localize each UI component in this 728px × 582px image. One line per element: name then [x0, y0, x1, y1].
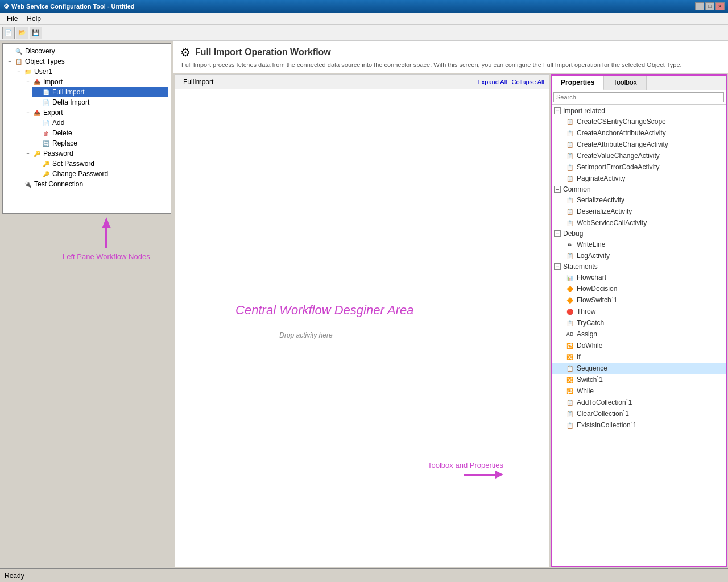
expander-change-password[interactable]: [32, 169, 42, 178]
group-debug[interactable]: − Debug: [552, 228, 726, 239]
item-SerializeActivity[interactable]: 📋 SerializeActivity: [552, 194, 726, 206]
designer-canvas[interactable]: Central Workflow Desginer Area Drop acti…: [175, 89, 549, 567]
maximize-button[interactable]: □: [705, 2, 714, 10]
minimize-button[interactable]: _: [695, 2, 704, 10]
tree-item-password[interactable]: − 🔑 Password: [23, 148, 168, 159]
icon-SerializeActivity: 📋: [565, 196, 574, 205]
item-WebServiceCallActivity[interactable]: 📋 WebServiceCallActivity: [552, 217, 726, 228]
icon-SetImportErrorCodeActivity: 📋: [565, 163, 574, 172]
expander-export[interactable]: −: [23, 108, 32, 117]
menu-help[interactable]: Help: [22, 14, 46, 24]
expander-delete[interactable]: [32, 128, 42, 138]
tree-item-discovery[interactable]: 🔍 Discovery: [5, 46, 168, 56]
expander-replace[interactable]: [32, 139, 42, 148]
tree-item-user1[interactable]: − 📁 User1: [14, 66, 168, 77]
item-DoWhile[interactable]: 🔁 DoWhile: [552, 340, 726, 351]
icon-WebServiceCallActivity: 📋: [565, 218, 574, 227]
tree-item-delete[interactable]: 🗑 Delete: [32, 128, 168, 138]
tab-toolbox[interactable]: Toolbox: [604, 76, 646, 90]
item-ExistsInCollection[interactable]: 📋 ExistsInCollection`1: [552, 419, 726, 431]
item-FlowSwitch[interactable]: 🔶 FlowSwitch`1: [552, 294, 726, 306]
tree-item-import[interactable]: − 📥 Import: [23, 77, 168, 87]
expander-user1[interactable]: −: [14, 67, 23, 76]
label-SerializeActivity: SerializeActivity: [577, 196, 624, 204]
group-import-related[interactable]: − Import related: [552, 106, 726, 116]
icon-Assign: AB: [565, 330, 574, 339]
item-CreateCSEntryChangeScope[interactable]: 📋 CreateCSEntryChangeScope: [552, 116, 726, 127]
tree-item-add[interactable]: 📄 Add: [32, 118, 168, 128]
tree-item-replace[interactable]: 🔄 Replace: [32, 138, 168, 148]
expander-delta-import[interactable]: [32, 98, 42, 107]
expander-test-connection[interactable]: [14, 180, 23, 189]
expander-import[interactable]: −: [23, 77, 32, 86]
expander-common[interactable]: −: [554, 186, 561, 193]
menu-file[interactable]: File: [2, 14, 22, 24]
toolbar: 📄 📂 💾: [0, 25, 728, 41]
tree-item-full-import[interactable]: 📄 Full Import: [32, 87, 168, 97]
item-Sequence[interactable]: 📋 Sequence: [552, 363, 726, 374]
new-button[interactable]: 📄: [2, 27, 15, 39]
search-input[interactable]: [553, 92, 724, 102]
label-LogActivity: LogActivity: [577, 252, 610, 260]
expander-set-password[interactable]: [32, 159, 42, 168]
status-bar: Ready: [0, 568, 728, 582]
item-DeserializeActivity[interactable]: 📋 DeserializeActivity: [552, 206, 726, 217]
item-CreateAttributeChangeActivity[interactable]: 📋 CreateAttributeChangeActivity: [552, 139, 726, 150]
tree-item-change-password[interactable]: 🔑 Change Password: [32, 169, 168, 179]
expander-add[interactable]: [32, 118, 42, 127]
open-button[interactable]: 📂: [16, 27, 28, 39]
title-label: Web Service Configuration Tool - Untitle…: [11, 3, 135, 10]
group-common[interactable]: − Common: [552, 184, 726, 194]
item-WriteLine[interactable]: ✏ WriteLine: [552, 239, 726, 250]
item-If[interactable]: 🔀 If: [552, 351, 726, 363]
expander-password[interactable]: −: [23, 149, 32, 158]
workflow-title-text: Full Import Operation Workflow: [195, 47, 331, 57]
item-AddToCollection[interactable]: 📋 AddToCollection`1: [552, 397, 726, 408]
label-import: Import: [43, 78, 63, 86]
label-WriteLine: WriteLine: [577, 240, 605, 248]
expander-discovery[interactable]: [5, 47, 14, 56]
item-CreateAnchorAttributeActivity[interactable]: 📋 CreateAnchorAttributeActivity: [552, 127, 726, 139]
item-Flowchart[interactable]: 📊 Flowchart: [552, 272, 726, 283]
group-statements[interactable]: − Statements: [552, 261, 726, 272]
up-arrow-icon: [102, 217, 111, 228]
tree-item-export[interactable]: − 📤 Export: [23, 107, 168, 118]
item-LogActivity[interactable]: 📋 LogActivity: [552, 250, 726, 261]
tree-item-test-connection[interactable]: 🔌 Test Connection: [14, 179, 168, 189]
collapse-all-button[interactable]: Collapse All: [512, 78, 544, 85]
item-TryCatch[interactable]: 📋 TryCatch: [552, 317, 726, 329]
toolbox-arrow-right: [464, 471, 503, 479]
expander-debug[interactable]: −: [554, 230, 561, 237]
item-FlowDecision[interactable]: 🔶 FlowDecision: [552, 283, 726, 294]
close-button[interactable]: ✕: [715, 2, 725, 10]
expander-full-import[interactable]: [32, 88, 42, 97]
icon-TryCatch: 📋: [565, 318, 574, 327]
item-PaginateActivity[interactable]: 📋 PaginateActivity: [552, 173, 726, 184]
tab-properties[interactable]: Properties: [552, 76, 604, 90]
tree-item-object-types[interactable]: − 📋 Object Types: [5, 56, 168, 66]
save-button[interactable]: 💾: [30, 27, 42, 39]
expand-all-button[interactable]: Expand All: [478, 78, 507, 85]
item-SetImportErrorCodeActivity[interactable]: 📋 SetImportErrorCodeActivity: [552, 161, 726, 173]
annotation-label: Left Pane Workflow Nodes: [63, 252, 150, 262]
item-Assign[interactable]: AB Assign: [552, 329, 726, 340]
icon-delta-import: 📄: [42, 98, 51, 107]
item-Throw[interactable]: 🔴 Throw: [552, 306, 726, 317]
tree-item-delta-import[interactable]: 📄 Delta Import: [32, 97, 168, 107]
label-ClearCollection: ClearCollection`1: [577, 410, 629, 418]
label-Flowchart: Flowchart: [577, 273, 606, 281]
expander-statements[interactable]: −: [554, 263, 561, 270]
label-WebServiceCallActivity: WebServiceCallActivity: [577, 219, 647, 227]
icon-Throw: 🔴: [565, 307, 574, 316]
item-ClearCollection[interactable]: 📋 ClearCollection`1: [552, 408, 726, 419]
label-AddToCollection: AddToCollection`1: [577, 398, 632, 406]
item-While[interactable]: 🔁 While: [552, 385, 726, 397]
expander-import-related[interactable]: −: [554, 107, 561, 114]
item-CreateValueChangeActivity[interactable]: 📋 CreateValueChangeActivity: [552, 150, 726, 161]
designer-actions: Expand All Collapse All: [478, 78, 544, 85]
icon-export: 📤: [32, 108, 42, 117]
item-Switch[interactable]: 🔀 Switch`1: [552, 374, 726, 385]
label-CreateAttributeChangeActivity: CreateAttributeChangeActivity: [577, 140, 668, 148]
tree-item-set-password[interactable]: 🔑 Set Password: [32, 159, 168, 169]
expander-object-types[interactable]: −: [5, 57, 14, 66]
